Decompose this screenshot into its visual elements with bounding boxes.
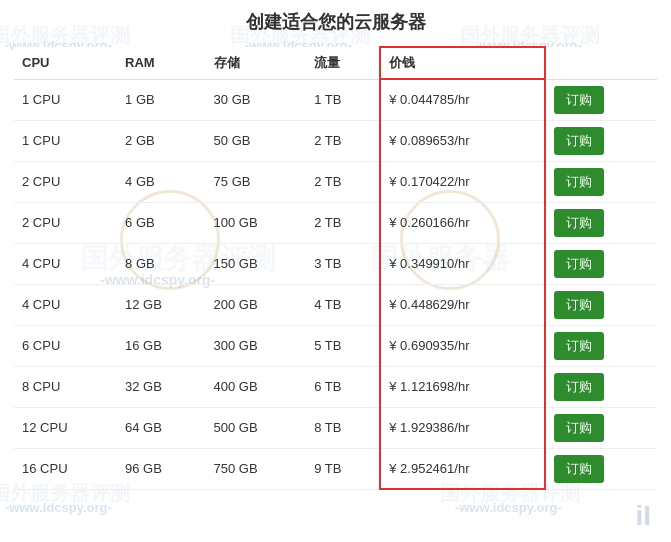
cell-ram: 1 GB <box>117 79 206 120</box>
cell-price: ¥ 0.448629/hr <box>380 284 545 325</box>
cell-ram: 64 GB <box>117 407 206 448</box>
cell-price: ¥ 0.349910/hr <box>380 243 545 284</box>
table-row: 1 CPU 2 GB 50 GB 2 TB ¥ 0.089653/hr 订购 <box>14 120 657 161</box>
order-button[interactable]: 订购 <box>554 86 604 114</box>
cell-traffic: 3 TB <box>306 243 380 284</box>
cell-storage: 100 GB <box>206 202 307 243</box>
cell-ram: 96 GB <box>117 448 206 489</box>
cell-traffic: 2 TB <box>306 161 380 202</box>
cell-cpu: 16 CPU <box>14 448 117 489</box>
table-row: 16 CPU 96 GB 750 GB 9 TB ¥ 2.952461/hr 订… <box>14 448 657 489</box>
header-cpu: CPU <box>14 47 117 79</box>
wm-ii-text: iI <box>635 500 651 532</box>
cell-price: ¥ 0.260166/hr <box>380 202 545 243</box>
cell-traffic: 8 TB <box>306 407 380 448</box>
header-traffic: 流量 <box>306 47 380 79</box>
cell-traffic: 4 TB <box>306 284 380 325</box>
header-price: 价钱 <box>380 47 545 79</box>
table-row: 4 CPU 8 GB 150 GB 3 TB ¥ 0.349910/hr 订购 <box>14 243 657 284</box>
cell-cpu: 8 CPU <box>14 366 117 407</box>
cell-cpu: 6 CPU <box>14 325 117 366</box>
cell-cpu: 2 CPU <box>14 161 117 202</box>
order-button[interactable]: 订购 <box>554 127 604 155</box>
cell-ram: 4 GB <box>117 161 206 202</box>
header-action <box>545 47 657 79</box>
wm-url-bot1: -www.idcspy.org- <box>5 500 112 515</box>
order-button[interactable]: 订购 <box>554 332 604 360</box>
cell-storage: 200 GB <box>206 284 307 325</box>
cell-storage: 50 GB <box>206 120 307 161</box>
cell-traffic: 2 TB <box>306 202 380 243</box>
cell-storage: 500 GB <box>206 407 307 448</box>
cell-action[interactable]: 订购 <box>545 448 657 489</box>
cell-traffic: 5 TB <box>306 325 380 366</box>
cell-cpu: 4 CPU <box>14 243 117 284</box>
cell-cpu: 4 CPU <box>14 284 117 325</box>
cell-cpu: 1 CPU <box>14 79 117 120</box>
cell-ram: 2 GB <box>117 120 206 161</box>
cell-action[interactable]: 订购 <box>545 325 657 366</box>
table-row: 4 CPU 12 GB 200 GB 4 TB ¥ 0.448629/hr 订购 <box>14 284 657 325</box>
cell-price: ¥ 0.170422/hr <box>380 161 545 202</box>
cell-ram: 16 GB <box>117 325 206 366</box>
table-row: 6 CPU 16 GB 300 GB 5 TB ¥ 0.690935/hr 订购 <box>14 325 657 366</box>
cell-traffic: 9 TB <box>306 448 380 489</box>
cell-traffic: 1 TB <box>306 79 380 120</box>
table-row: 1 CPU 1 GB 30 GB 1 TB ¥ 0.044785/hr 订购 <box>14 79 657 120</box>
cell-ram: 8 GB <box>117 243 206 284</box>
cell-storage: 30 GB <box>206 79 307 120</box>
order-button[interactable]: 订购 <box>554 168 604 196</box>
cell-action[interactable]: 订购 <box>545 407 657 448</box>
cell-cpu: 2 CPU <box>14 202 117 243</box>
cell-storage: 150 GB <box>206 243 307 284</box>
order-button[interactable]: 订购 <box>554 250 604 278</box>
cell-price: ¥ 0.044785/hr <box>380 79 545 120</box>
order-button[interactable]: 订购 <box>554 209 604 237</box>
cell-traffic: 6 TB <box>306 366 380 407</box>
pricing-table: CPU RAM 存储 流量 价钱 1 CPU 1 GB 30 GB 1 TB ¥… <box>14 46 657 490</box>
table-row: 8 CPU 32 GB 400 GB 6 TB ¥ 1.121698/hr 订购 <box>14 366 657 407</box>
cell-price: ¥ 0.089653/hr <box>380 120 545 161</box>
cell-cpu: 1 CPU <box>14 120 117 161</box>
cell-storage: 300 GB <box>206 325 307 366</box>
order-button[interactable]: 订购 <box>554 373 604 401</box>
cell-action[interactable]: 订购 <box>545 366 657 407</box>
cell-ram: 32 GB <box>117 366 206 407</box>
table-row: 2 CPU 4 GB 75 GB 2 TB ¥ 0.170422/hr 订购 <box>14 161 657 202</box>
order-button[interactable]: 订购 <box>554 455 604 483</box>
page-title: 创建适合您的云服务器 <box>14 10 657 34</box>
cell-action[interactable]: 订购 <box>545 284 657 325</box>
cell-storage: 75 GB <box>206 161 307 202</box>
cell-price: ¥ 1.929386/hr <box>380 407 545 448</box>
cell-action[interactable]: 订购 <box>545 202 657 243</box>
cell-ram: 6 GB <box>117 202 206 243</box>
cell-price: ¥ 0.690935/hr <box>380 325 545 366</box>
page-wrapper: 创建适合您的云服务器 CPU RAM 存储 流量 价钱 1 CPU 1 GB 3… <box>0 0 671 500</box>
header-storage: 存储 <box>206 47 307 79</box>
cell-action[interactable]: 订购 <box>545 79 657 120</box>
cell-action[interactable]: 订购 <box>545 243 657 284</box>
wm-url-bot2: -www.idcspy.org- <box>455 500 562 515</box>
cell-ram: 12 GB <box>117 284 206 325</box>
order-button[interactable]: 订购 <box>554 414 604 442</box>
table-header-row: CPU RAM 存储 流量 价钱 <box>14 47 657 79</box>
cell-action[interactable]: 订购 <box>545 120 657 161</box>
order-button[interactable]: 订购 <box>554 291 604 319</box>
cell-cpu: 12 CPU <box>14 407 117 448</box>
cell-storage: 400 GB <box>206 366 307 407</box>
cell-storage: 750 GB <box>206 448 307 489</box>
cell-action[interactable]: 订购 <box>545 161 657 202</box>
cell-price: ¥ 2.952461/hr <box>380 448 545 489</box>
cell-price: ¥ 1.121698/hr <box>380 366 545 407</box>
header-ram: RAM <box>117 47 206 79</box>
table-row: 12 CPU 64 GB 500 GB 8 TB ¥ 1.929386/hr 订… <box>14 407 657 448</box>
table-row: 2 CPU 6 GB 100 GB 2 TB ¥ 0.260166/hr 订购 <box>14 202 657 243</box>
cell-traffic: 2 TB <box>306 120 380 161</box>
